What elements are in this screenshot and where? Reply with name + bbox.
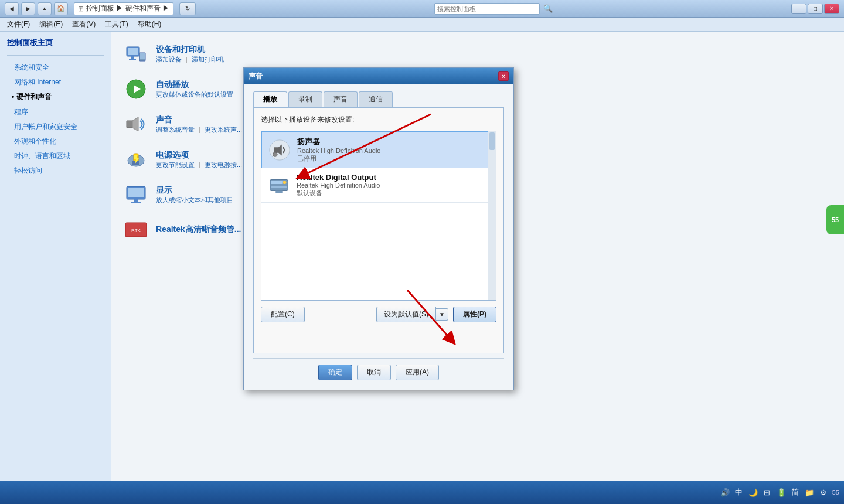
sound-volume-link[interactable]: 调整系统音量 [156,126,195,133]
tray-icon-lang[interactable]: 简 [790,487,801,498]
tray-icon-grid[interactable]: ⊞ [762,487,772,498]
svg-marker-9 [132,117,138,131]
configure-button[interactable]: 配置(C) [261,307,305,322]
maximize-button[interactable]: □ [808,4,823,14]
display-zoom-link[interactable]: 放大或缩小文本和其他项目 [156,196,233,203]
menu-edit[interactable]: 编辑(E) [35,18,67,30]
device-list[interactable]: 扬声器 Realtek High Definition Audio 已停用 [261,131,496,301]
dialog-close-button[interactable]: × [498,71,509,81]
sidebar-main-link[interactable]: 控制面板主页 [7,38,104,48]
tab-communications[interactable]: 通信 [359,91,393,107]
tray-icon-battery[interactable]: 🔋 [776,487,787,498]
sound-icon [123,111,149,137]
sound-links: 调整系统音量 | 更改系统声... [156,125,242,134]
minimize-button[interactable]: — [791,4,806,14]
search-input[interactable] [434,3,540,15]
display-title[interactable]: 显示 [156,185,233,196]
tray-time: 55 [832,489,839,496]
search-area: 🔍 [434,3,553,15]
svg-rect-8 [127,121,132,128]
power-links: 更改节能设置 | 更改电源按... [156,161,242,169]
refresh-button[interactable]: ↻ [179,2,196,15]
speaker-status: 已停用 [297,154,380,163]
svg-rect-5 [140,53,145,59]
cancel-button[interactable]: 取消 [357,365,391,380]
autoplay-title[interactable]: 自动播放 [156,80,233,90]
tray-icon-ime[interactable]: 中 [734,487,744,498]
close-button[interactable]: ✕ [824,4,839,14]
digital-name: Realtek Digital Output [297,173,380,182]
realtek-title[interactable]: Realtek高清晰音频管... [156,224,241,235]
set-default-button[interactable]: 设为默认值(S) [376,307,436,322]
address-bar[interactable]: ⊞ 控制面板 ▶ 硬件和声音 ▶ [74,2,173,15]
devices-title[interactable]: 设备和打印机 [156,45,224,55]
address-icon: ⊞ [78,5,84,13]
tray-icon-moon[interactable]: 🌙 [748,487,758,498]
tab-instruction: 选择以下播放设备来修改设置: [261,115,496,125]
search-icon[interactable]: 🔍 [543,4,553,13]
sound-title[interactable]: 声音 [156,115,242,125]
dialog-title: 声音 [249,71,263,81]
set-default-arrow[interactable]: ▼ [436,308,448,321]
svg-rect-23 [271,181,283,184]
menu-view[interactable]: 查看(V) [67,18,100,30]
home-button[interactable]: 🏠 [54,2,68,15]
power-settings-link[interactable]: 更改节能设置 [156,161,195,168]
apply-button[interactable]: 应用(A) [396,365,439,380]
digital-sub: Realtek High Definition Audio [297,182,380,189]
tab-sounds[interactable]: 声音 [324,91,358,107]
forward-button[interactable]: ▶ [21,2,35,15]
add-printer-link[interactable]: 添加打印机 [192,56,224,63]
sidebar-item-clock[interactable]: 时钟、语言和区域 [7,149,104,164]
device-item-digital[interactable]: Realtek Digital Output Realtek High Defi… [261,168,496,203]
svg-point-21 [273,152,278,156]
sidebar-item-hardware[interactable]: 硬件和声音 [7,90,104,104]
autoplay-icon [123,76,149,102]
nav-controls: ◀ ▶ ▲ 🏠 [5,2,68,15]
green-circle: 55 [826,205,844,234]
taskbar: 🔊 中 🌙 ⊞ 🔋 简 📁 ⚙ 55 [0,481,844,504]
realtek-icon: RTK [123,217,149,243]
digital-output-icon [267,175,291,196]
sidebar: 控制面板主页 系统和安全 网络和 Internet 硬件和声音 程序 用户帐户和… [0,32,111,490]
ok-button[interactable]: 确定 [318,365,352,380]
tray-icon-realtek[interactable]: 🔊 [720,487,730,498]
svg-point-24 [283,181,287,184]
add-device-link[interactable]: 添加设备 [156,56,182,63]
device-list-scrollbar[interactable] [488,131,496,300]
devices-links: 添加设备 | 添加打印机 [156,55,224,64]
dialog-body: 播放 录制 声音 通信 选择以下播放设备来修改设置: [244,84,513,390]
sound-scheme-link[interactable]: 更改系统声... [205,126,242,133]
device-item-speaker[interactable]: 扬声器 Realtek High Definition Audio 已停用 [261,131,496,168]
sidebar-item-ease[interactable]: 轻松访问 [7,164,104,178]
power-title[interactable]: 电源选项 [156,150,242,161]
speaker-name: 扬声器 [297,137,380,147]
autoplay-settings-link[interactable]: 更改媒体或设备的默认设置 [156,91,233,98]
sidebar-divider [7,55,104,56]
tray-icon-settings[interactable]: ⚙ [818,487,829,498]
sidebar-item-network[interactable]: 网络和 Internet [7,75,104,90]
sound-dialog: 声音 × 播放 录制 声音 通信 选择以下播放设备来修改设置: [243,67,514,390]
tab-recording[interactable]: 录制 [288,91,322,107]
set-default-split: 设为默认值(S) ▼ [376,307,448,322]
back-button[interactable]: ◀ [5,2,19,15]
title-bar: ◀ ▶ ▲ 🏠 ⊞ 控制面板 ▶ 硬件和声音 ▶ ↻ 🔍 — □ ✕ [0,0,844,18]
sidebar-item-users[interactable]: 用户帐户和家庭安全 [7,120,104,134]
power-button-link[interactable]: 更改电源按... [205,161,242,168]
tab-playback[interactable]: 播放 [253,91,287,107]
sidebar-item-programs[interactable]: 程序 [7,105,104,120]
tray-icon-folder[interactable]: 📁 [804,487,815,498]
menu-help[interactable]: 帮助(H) [133,18,166,30]
menu-tools[interactable]: 工具(T) [100,18,132,30]
sidebar-item-appearance[interactable]: 外观和个性化 [7,134,104,149]
dialog-title-bar: 声音 × [244,68,513,84]
sidebar-item-system[interactable]: 系统和安全 [7,60,104,75]
menu-file[interactable]: 文件(F) [2,18,35,30]
devices-icon [123,41,149,67]
properties-button[interactable]: 属性(P) [453,307,496,322]
digital-info: Realtek Digital Output Realtek High Defi… [297,173,380,197]
up-button[interactable]: ▲ [38,2,52,15]
digital-status: 默认设备 [297,189,380,197]
svg-rect-26 [275,191,282,193]
speaker-sub: Realtek High Definition Audio [297,147,380,154]
